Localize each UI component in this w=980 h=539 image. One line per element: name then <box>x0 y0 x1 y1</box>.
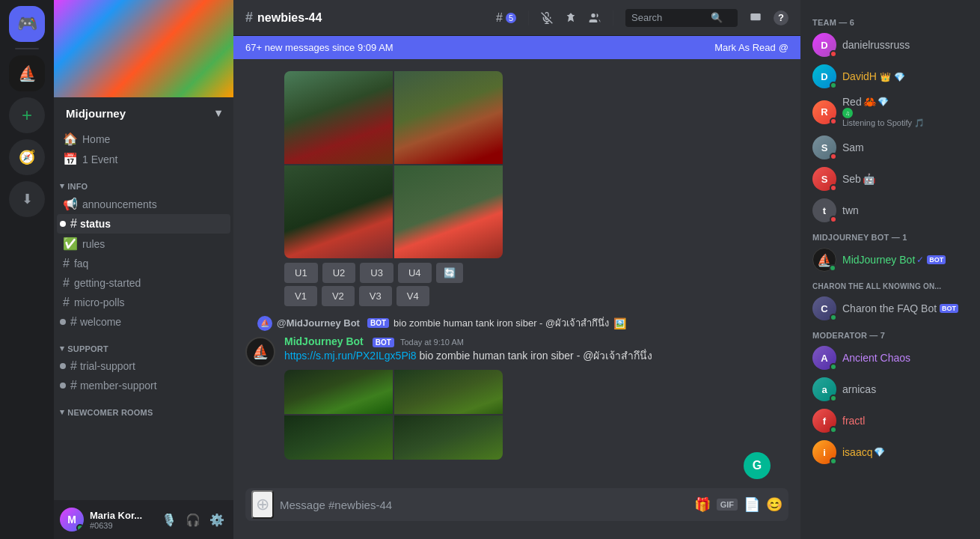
message-link[interactable]: https://s.mj.run/PX2ILgx5Pi8 <box>284 350 417 362</box>
member-username: Charon the FAQ Bot BOT <box>842 302 958 314</box>
member-item-sam[interactable]: S Sam <box>806 133 974 162</box>
mark-as-read-button[interactable]: Mark As Read @ <box>714 42 788 53</box>
download-button[interactable]: ⬇ <box>9 181 45 217</box>
members-button[interactable] <box>589 12 601 24</box>
search-input[interactable] <box>631 12 706 23</box>
v1-button[interactable]: V1 <box>284 286 317 306</box>
server-banner <box>54 0 233 97</box>
member-name-wrap: isaacq 💎 <box>842 446 885 458</box>
channel-label: announcements <box>82 198 157 210</box>
headset-button[interactable]: 🎧 <box>183 509 203 530</box>
new-messages-text: 67+ new messages since 9:09 AM <box>245 42 393 53</box>
sticker-button[interactable]: 📄 <box>744 496 760 513</box>
inbox-button[interactable] <box>750 12 762 24</box>
category-support[interactable]: ▾ SUPPORT <box>54 332 233 356</box>
nav-item-event[interactable]: 📅 1 Event <box>57 149 230 169</box>
status-indicator <box>830 426 837 433</box>
unread-bullet <box>60 319 66 325</box>
member-avatar-mj-bot: ⛵ <box>812 248 836 272</box>
member-item-midjourney-bot[interactable]: ⛵ MidJourney Bot ✓ BOT <box>806 245 974 275</box>
message-input[interactable] <box>280 499 688 511</box>
channel-sidebar: Midjourney ▾ 🏠 Home 📅 1 Event ▾ INFO 📢 a… <box>54 0 233 539</box>
status-indicator <box>830 184 837 192</box>
user-tag: #0639 <box>90 521 153 530</box>
member-name-wrap: DavidH 👑 💎 <box>842 70 905 82</box>
attach-button[interactable]: ⊕ <box>251 490 274 519</box>
server-icon-midjourney[interactable]: ⛵ <box>9 55 45 91</box>
refresh-button[interactable]: 🔄 <box>436 263 463 283</box>
emoji-button[interactable]: 😊 <box>766 496 783 513</box>
mark-read-label: Mark As Read <box>714 42 776 53</box>
user-actions: 🎙️ 🎧 ⚙️ <box>159 509 227 530</box>
channel-announcements[interactable]: 📢 announcements <box>57 194 230 214</box>
new-messages-bar[interactable]: 67+ new messages since 9:09 AM Mark As R… <box>233 36 800 59</box>
member-item-fractl[interactable]: f fractl <box>806 406 974 436</box>
user-info: Maria Kor... #0639 <box>90 510 153 530</box>
add-server-button[interactable]: + <box>9 97 45 133</box>
member-username: Ancient Chaos <box>842 352 968 364</box>
settings-button[interactable]: ⚙️ <box>206 509 227 530</box>
pin-button[interactable] <box>565 12 577 24</box>
category-newcomer-rooms[interactable]: ▾ NEWCOMER ROOMS <box>54 395 233 420</box>
member-avatar-ancient-chaos: A <box>812 346 836 370</box>
u4-button[interactable]: U4 <box>398 263 432 283</box>
bot-mention-header: ⛵ @MidJourney Bot BOT bio zombie human t… <box>245 315 788 331</box>
v2-button[interactable]: V2 <box>322 286 355 306</box>
server-icon-discord[interactable]: 🎮 <box>9 6 45 42</box>
plus-icon: ⊕ <box>256 495 269 514</box>
mic-button[interactable]: 🎙️ <box>159 509 180 530</box>
channel-micro-polls[interactable]: # micro-polls <box>57 293 230 312</box>
announcement-icon: 📢 <box>63 197 78 211</box>
explore-button[interactable]: 🧭 <box>9 139 45 175</box>
help-button[interactable]: ? <box>774 10 788 25</box>
member-item-arnicas[interactable]: a arnicas <box>806 374 974 404</box>
bot-icon-sm: ⛵ <box>260 319 269 327</box>
channel-trial-support[interactable]: # trial-support <box>57 356 230 376</box>
message-group-1: U1 U2 U3 U4 🔄 V1 V2 V3 V4 <box>245 71 788 306</box>
server-name-bar[interactable]: Midjourney ▾ <box>54 97 233 129</box>
status-indicator <box>830 216 837 223</box>
channel-welcome[interactable]: # welcome <box>57 312 230 332</box>
header-actions: # 5 🔍 ? <box>496 9 788 27</box>
image-icon: 🖼️ <box>613 317 626 329</box>
member-item-danielrussruss[interactable]: D danielrussruss <box>806 30 974 60</box>
hash-icon: # <box>63 276 70 290</box>
member-username: isaacq 💎 <box>842 446 885 458</box>
search-bar[interactable]: 🔍 <box>625 9 738 27</box>
member-item-charon-bot[interactable]: C Charon the FAQ Bot BOT <box>806 293 974 323</box>
message-row-bot: ⛵ MidJourney Bot BOT Today at 9:10 AM ht… <box>245 335 788 460</box>
member-item-twn[interactable]: t twn <box>806 195 974 225</box>
button-row-v: V1 V2 V3 V4 <box>284 286 788 306</box>
channel-label: rules <box>82 238 105 250</box>
member-item-seb[interactable]: S Seb 🤖 <box>806 164 974 194</box>
bot-badge-sm: BOT <box>367 318 389 328</box>
channel-faq[interactable]: # faq <box>57 254 230 273</box>
member-item-davidh[interactable]: D DavidH 👑 💎 <box>806 61 974 91</box>
chevron-down-icon: ▾ <box>215 106 221 120</box>
user-status-dot <box>76 524 84 532</box>
member-item-ancient-chaos[interactable]: A Ancient Chaos <box>806 343 974 373</box>
member-avatar-danielrussruss: D <box>812 33 836 57</box>
v4-button[interactable]: V4 <box>396 286 429 306</box>
channel-member-support[interactable]: # member-support <box>57 376 230 395</box>
channel-name-text: newbies-44 <box>257 11 322 25</box>
nav-item-home[interactable]: 🏠 Home <box>57 129 230 149</box>
member-item-isaacq[interactable]: i isaacq 💎 <box>806 437 974 467</box>
bot-tag-2: BOT <box>940 304 958 313</box>
channel-getting-started[interactable]: # getting-started <box>57 273 230 293</box>
u2-button[interactable]: U2 <box>322 263 356 283</box>
channel-rules[interactable]: ✅ rules <box>57 234 230 254</box>
gif-button[interactable]: GIF <box>717 499 738 511</box>
threads-button[interactable]: # 5 <box>496 11 516 25</box>
grammarly-button[interactable]: G <box>744 452 771 479</box>
v3-button[interactable]: V3 <box>359 286 392 306</box>
mute-button[interactable] <box>541 12 553 24</box>
u3-button[interactable]: U3 <box>360 263 393 283</box>
u1-button[interactable]: U1 <box>284 263 318 283</box>
category-info[interactable]: ▾ INFO <box>54 169 233 194</box>
channel-status[interactable]: # status <box>57 214 230 234</box>
gift-button[interactable]: 🎁 <box>694 496 711 513</box>
member-item-red[interactable]: R Red 🦀 💎 ♫ Listening to Spotify 🎵 <box>806 93 974 131</box>
robot-badge: 🤖 <box>863 173 875 185</box>
unread-bullet <box>60 363 66 369</box>
